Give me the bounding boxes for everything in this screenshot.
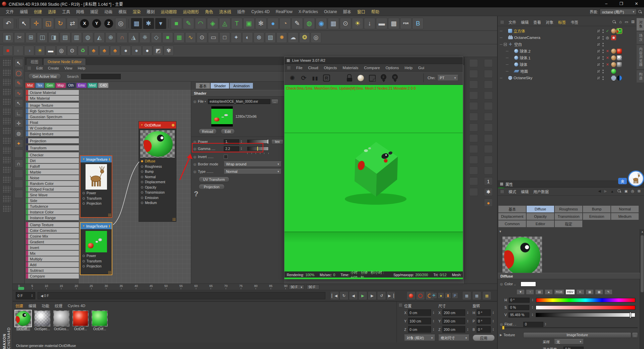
saturation-bar[interactable] — [536, 305, 635, 310]
node-type-item[interactable]: Sine Wave — [26, 192, 79, 197]
node-input-port[interactable]: Emission — [139, 195, 176, 201]
saturation-stepper[interactable] — [531, 305, 534, 310]
material-tab[interactable]: Emission — [583, 213, 610, 220]
rgb-mode-button[interactable]: RGB — [554, 289, 564, 295]
tree-icon[interactable]: ♣ — [89, 46, 99, 56]
invert-checkbox[interactable] — [224, 155, 228, 159]
material-tab[interactable]: Medium — [611, 213, 639, 220]
palette-handle[interactable] — [2, 147, 10, 153]
node-type-item[interactable]: Multiply — [26, 256, 79, 261]
move-icon[interactable]: ✛ — [31, 18, 42, 29]
settings-gear-icon[interactable] — [333, 73, 342, 83]
node-input-port[interactable]: Bump — [139, 169, 176, 174]
record-rotation-toggle[interactable]: ▮ — [445, 292, 451, 299]
object-name[interactable]: 立方体 — [514, 28, 525, 34]
workspace-select[interactable]: octane (用户) — [600, 9, 637, 15]
keyframe-presets-button[interactable]: ▦ — [462, 291, 471, 300]
instance-icon[interactable]: ▣ — [243, 18, 255, 29]
float-input[interactable]: 0 — [523, 322, 543, 327]
end-frame-box[interactable]: 90 F — [307, 285, 319, 290]
y-axis-lock-button[interactable]: Y — [92, 19, 101, 28]
palette-handle[interactable] — [469, 145, 478, 153]
node-editor-tab[interactable]: Octane Node Editor — [43, 58, 86, 65]
menu-item[interactable]: 角色 — [202, 7, 216, 16]
play-backwards-button[interactable]: ↻ — [339, 291, 348, 300]
menu-item[interactable]: 动画 — [101, 7, 115, 16]
material-tab[interactable]: Editor — [527, 220, 554, 227]
knife-icon[interactable]: ✂ — [14, 32, 25, 43]
override-material-icon[interactable] — [356, 73, 365, 83]
mixer-button[interactable]: ▦ — [586, 289, 594, 295]
render-viewport[interactable]: Check:0ms./1ms. MeshGen:0ms. Update[M]:0… — [284, 85, 463, 271]
node-output-port[interactable] — [109, 225, 110, 228]
timeline-scrubber[interactable]: ◀ 0 F — [38, 292, 325, 299]
record-parameter-toggle[interactable]: P — [452, 292, 458, 299]
sun-icon[interactable]: ❂ — [299, 32, 310, 43]
node-type-item[interactable]: Octane Material — [26, 90, 79, 95]
material-thumbnail[interactable]: OctSpec... — [34, 310, 51, 331]
object-name[interactable]: 球体.1 — [520, 55, 531, 60]
light-icon[interactable]: ☀ — [352, 18, 363, 29]
random-icon[interactable]: ❈ — [140, 32, 150, 43]
node-type-item[interactable]: Ridged Fractal — [26, 187, 79, 192]
node-input-port[interactable]: Normal — [139, 174, 176, 180]
grid-green-icon[interactable]: ▦ — [174, 32, 184, 43]
expander[interactable] — [510, 70, 513, 73]
node-type-item[interactable]: Dirt — [26, 158, 79, 163]
live-viewer-menu-item[interactable]: Objects — [324, 66, 337, 70]
panel-handle[interactable] — [287, 66, 290, 69]
node-editor-menu-item[interactable]: Create — [48, 66, 59, 70]
panel-handle[interactable] — [500, 20, 504, 24]
layer-box[interactable] — [597, 56, 600, 60]
menu-item[interactable]: 文件 — [3, 7, 17, 16]
color-wheel-button[interactable]: ◔ — [526, 289, 534, 295]
node-input-port[interactable]: Transform — [80, 259, 112, 264]
expander[interactable] — [504, 43, 507, 46]
menu-item[interactable]: 选择 — [45, 7, 59, 16]
eclipse-dark-icon[interactable]: ◐ — [13, 46, 23, 56]
manager-side-tab[interactable]: 场次 — [637, 32, 644, 44]
tex-button[interactable]: tex — [271, 139, 283, 144]
panel-handle[interactable] — [28, 66, 31, 70]
mirror-icon[interactable]: ◮ — [128, 32, 139, 43]
tag-matgrn[interactable] — [611, 69, 616, 74]
menu-item[interactable]: X-Particles — [296, 7, 321, 16]
maximize-button[interactable]: ❐ — [614, 0, 629, 7]
menu-item[interactable]: 网格 — [73, 7, 87, 16]
visibility-dots[interactable] — [602, 49, 604, 53]
node-editor-menu-item[interactable]: Edit — [36, 66, 43, 70]
shader-tab[interactable]: 基本 — [196, 83, 210, 89]
lock-icon[interactable]: ▣ — [625, 189, 628, 193]
magnet-icon[interactable]: ∩ — [117, 32, 127, 43]
coordinate-system-icon[interactable]: ◎ — [115, 18, 126, 29]
node-type-item[interactable]: Cosine Mix — [26, 234, 79, 239]
material-tab[interactable]: Diffuse — [527, 206, 554, 212]
make-editable-icon[interactable]: ◧ — [3, 32, 13, 43]
node-type-item[interactable]: Projection — [26, 138, 79, 143]
node-resize-grip[interactable] — [108, 213, 111, 216]
layer-box[interactable] — [597, 69, 600, 73]
material-tab[interactable]: Transmission — [555, 213, 582, 220]
live-viewer-menu-item[interactable]: File — [296, 66, 303, 70]
visibility-dots[interactable] — [602, 69, 604, 73]
node-input-port[interactable]: Diffuse — [139, 159, 176, 164]
tree-icon[interactable]: ♣ — [99, 46, 109, 56]
menu-item[interactable]: 脚本 — [340, 7, 354, 16]
tag-phong[interactable] — [611, 55, 616, 60]
object-row[interactable]: OctaneCamera — [498, 34, 635, 41]
rotation-input[interactable]: 0 ° — [477, 318, 491, 324]
texture-expander[interactable]: ▶ — [500, 333, 502, 337]
tag-phong[interactable] — [611, 62, 616, 67]
cloud-icon[interactable]: ☁ — [288, 32, 299, 43]
record-position-toggle[interactable]: ✛ — [431, 292, 437, 299]
node-type-item[interactable]: Instance Range — [26, 215, 79, 220]
position-input[interactable]: 100 cm — [408, 318, 431, 324]
object-manager-menu-item[interactable]: 书签 — [571, 19, 578, 25]
scale-icon[interactable]: ◱ — [43, 18, 54, 29]
visibility-dots[interactable] — [602, 55, 604, 60]
palette-handle[interactable] — [484, 59, 493, 67]
object-row[interactable]: 立方体 — [498, 28, 635, 34]
menu-item[interactable]: 流水线 — [216, 7, 234, 16]
z-axis-lock-button[interactable]: Z — [104, 19, 113, 28]
checker-ball-icon[interactable]: ◩ — [153, 46, 163, 56]
